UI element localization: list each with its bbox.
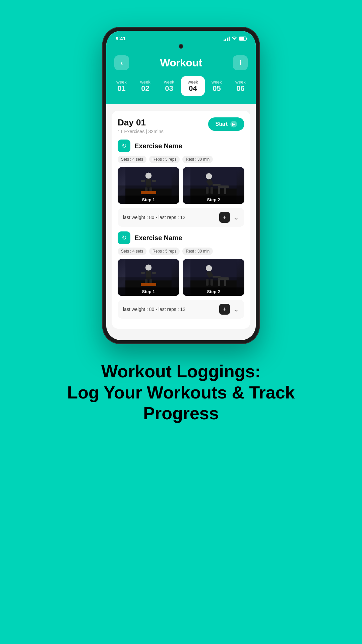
- svg-rect-17: [206, 187, 208, 194]
- content-area: Day 01 11 Exercises | 32mins Start ▶ ↻ E…: [106, 104, 256, 340]
- day-subtitle: 11 Exercises | 32mins: [118, 129, 164, 134]
- svg-rect-11: [218, 185, 229, 188]
- exercise-1-tags: Sets : 4 sets Reps : 5 reps Rest : 30 mi…: [118, 156, 244, 163]
- exercise-card-2: ↻ Exercise Name Sets : 4 sets Reps : 5 r…: [118, 231, 244, 319]
- step1-label-2: Step 1: [118, 287, 179, 296]
- exercise-2-step1-img[interactable]: Step 1: [118, 259, 179, 296]
- svg-rect-31: [224, 280, 226, 286]
- status-bar: 9:41: [106, 31, 256, 44]
- svg-rect-12: [224, 188, 226, 194]
- svg-rect-24: [152, 272, 156, 274]
- phone-shell: 9:41: [102, 27, 260, 344]
- svg-rect-16: [213, 184, 221, 186]
- start-button[interactable]: Start ▶: [208, 117, 244, 131]
- exercise-1-weight-text: last weight : 80 - last reps : 12: [123, 215, 185, 220]
- week-tab-01[interactable]: week 01: [110, 76, 133, 96]
- exercise-2-header: ↻ Exercise Name: [118, 231, 244, 244]
- info-button[interactable]: i: [233, 55, 248, 70]
- svg-rect-4: [141, 180, 145, 182]
- week-tab-02[interactable]: week 02: [133, 76, 157, 96]
- svg-rect-6: [145, 187, 147, 194]
- svg-rect-23: [141, 272, 145, 274]
- sets-tag-2: Sets : 4 sets: [118, 248, 146, 255]
- bottom-title: Workout Loggings: Log Your Workouts & Tr…: [67, 361, 295, 424]
- svg-rect-32: [218, 280, 220, 286]
- exercise-1-header: ↻ Exercise Name: [118, 140, 244, 152]
- svg-rect-30: [218, 277, 229, 280]
- step1-label: Step 1: [118, 196, 179, 204]
- app-header: ‹ Workout i: [106, 52, 256, 70]
- camera-dot: [179, 44, 183, 49]
- svg-point-21: [145, 265, 152, 271]
- sets-tag: Sets : 4 sets: [118, 156, 146, 163]
- day-info: Day 01 11 Exercises | 32mins: [118, 117, 164, 134]
- exercise-1-name: Exercise Name: [134, 142, 182, 150]
- rest-tag: Rest : 30 min: [182, 156, 213, 163]
- exercise-2-tags: Sets : 4 sets Reps : 5 reps Rest : 30 mi…: [118, 248, 244, 255]
- exercise-2-weight-bar: last weight : 80 - last reps : 12 + ⌄: [118, 300, 244, 319]
- exercise-1-expand-icon[interactable]: ⌄: [233, 213, 239, 221]
- svg-rect-5: [152, 180, 156, 182]
- phone-screen: 9:41: [106, 31, 256, 340]
- svg-rect-18: [210, 187, 213, 194]
- week-tab-05[interactable]: week 05: [205, 76, 229, 96]
- exercise-2-weight-text: last weight : 80 - last reps : 12: [123, 307, 185, 312]
- status-icons: [224, 36, 246, 41]
- svg-rect-36: [206, 279, 208, 286]
- battery-icon: [239, 37, 246, 41]
- exercise-1-images: Step 1: [118, 167, 244, 204]
- exercise-1-add-button[interactable]: +: [219, 212, 230, 223]
- svg-rect-35: [213, 276, 221, 278]
- step2-label: Step 2: [183, 196, 244, 204]
- svg-rect-13: [218, 188, 220, 194]
- svg-point-33: [206, 265, 212, 271]
- svg-rect-27: [141, 283, 156, 286]
- exercise-2-expand-icon[interactable]: ⌄: [233, 305, 239, 313]
- wifi-icon: [232, 36, 237, 41]
- refresh-icon: ↻: [118, 140, 130, 152]
- week-tabs: week 01 week 02 week 03 week 04 week 05 …: [106, 70, 256, 104]
- svg-point-2: [145, 173, 152, 179]
- page-title: Workout: [160, 57, 202, 69]
- svg-rect-26: [149, 279, 152, 286]
- back-button[interactable]: ‹: [114, 55, 129, 70]
- signal-icon: [224, 36, 230, 41]
- exercise-2-images: Step 1: [118, 259, 244, 296]
- bottom-text-section: Workout Loggings: Log Your Workouts & Tr…: [47, 361, 315, 444]
- status-time: 9:41: [116, 36, 126, 41]
- rest-tag-2: Rest : 30 min: [182, 248, 213, 255]
- svg-rect-25: [145, 279, 147, 286]
- exercise-2-actions: + ⌄: [219, 304, 239, 315]
- week-tab-04[interactable]: week 04: [181, 76, 205, 96]
- exercise-1-step2-img[interactable]: Step 2: [183, 167, 244, 204]
- svg-rect-7: [149, 187, 152, 194]
- camera-area: [106, 44, 256, 52]
- exercise-1-weight-bar: last weight : 80 - last reps : 12 + ⌄: [118, 208, 244, 227]
- day-header: Day 01 11 Exercises | 32mins Start ▶: [118, 117, 244, 134]
- play-icon: ▶: [230, 121, 237, 127]
- exercise-2-name: Exercise Name: [134, 234, 182, 242]
- exercise-2-step2-img[interactable]: Step 2: [183, 259, 244, 296]
- step2-label-2: Step 2: [183, 287, 244, 296]
- day-title: Day 01: [118, 117, 164, 128]
- exercise-1-step1-img[interactable]: Step 1: [118, 167, 179, 204]
- reps-tag-2: Reps : 5 reps: [149, 248, 180, 255]
- exercise-2-add-button[interactable]: +: [219, 304, 230, 315]
- exercise-1-actions: + ⌄: [219, 212, 239, 223]
- svg-rect-37: [210, 279, 213, 286]
- exercise-card-1: ↻ Exercise Name Sets : 4 sets Reps : 5 r…: [118, 140, 244, 227]
- week-tab-03[interactable]: week 03: [157, 76, 181, 96]
- week-tab-06[interactable]: week 06: [229, 76, 252, 96]
- reps-tag: Reps : 5 reps: [149, 156, 180, 163]
- day-section: Day 01 11 Exercises | 32mins Start ▶ ↻ E…: [112, 111, 250, 329]
- svg-rect-8: [141, 191, 156, 194]
- svg-rect-22: [146, 271, 152, 279]
- svg-rect-3: [146, 179, 152, 187]
- svg-point-14: [206, 173, 212, 179]
- refresh-icon-2: ↻: [118, 231, 130, 244]
